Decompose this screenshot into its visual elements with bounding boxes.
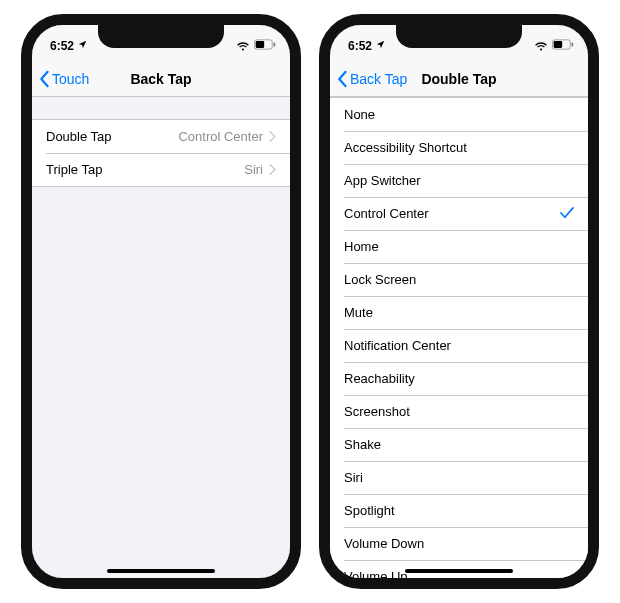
row-label: Triple Tap	[46, 162, 102, 177]
status-right	[236, 39, 276, 53]
svg-rect-1	[256, 41, 264, 48]
back-button[interactable]: Back Tap	[336, 70, 407, 88]
back-button[interactable]: Touch	[38, 70, 89, 88]
list-item[interactable]: Double TapControl Center	[32, 120, 290, 153]
svg-rect-4	[554, 41, 562, 48]
battery-icon	[552, 39, 574, 53]
status-left: 6:52	[348, 39, 385, 53]
notch	[396, 24, 522, 48]
list-item[interactable]: Triple TapSiri	[32, 153, 290, 186]
nav-bar: Touch Back Tap	[32, 61, 290, 97]
option-label: Volume Up	[344, 569, 408, 578]
option-label: App Switcher	[344, 173, 421, 188]
battery-icon	[254, 39, 276, 53]
option-label: Home	[344, 239, 379, 254]
status-left: 6:52	[50, 39, 87, 53]
option-row[interactable]: Lock Screen	[330, 263, 588, 296]
option-row[interactable]: Spotlight	[330, 494, 588, 527]
option-row[interactable]: Siri	[330, 461, 588, 494]
option-label: Spotlight	[344, 503, 395, 518]
chevron-right-icon	[269, 131, 276, 142]
wifi-icon	[534, 41, 548, 51]
row-value: Siri	[244, 162, 276, 177]
option-row[interactable]: Reachability	[330, 362, 588, 395]
option-row[interactable]: Volume Down	[330, 527, 588, 560]
back-label: Touch	[52, 71, 89, 87]
option-row[interactable]: Mute	[330, 296, 588, 329]
phone-right: 6:52 Back Tap Double Tap NoneAccessibili…	[319, 14, 599, 589]
option-label: Control Center	[344, 206, 429, 221]
location-icon	[78, 40, 87, 51]
option-label: None	[344, 107, 375, 122]
svg-rect-5	[571, 42, 573, 46]
status-right	[534, 39, 574, 53]
option-label: Accessibility Shortcut	[344, 140, 467, 155]
location-icon	[376, 40, 385, 51]
option-label: Mute	[344, 305, 373, 320]
option-row[interactable]: Screenshot	[330, 395, 588, 428]
content: NoneAccessibility ShortcutApp SwitcherCo…	[330, 97, 588, 578]
nav-bar: Back Tap Double Tap	[330, 61, 588, 97]
status-time: 6:52	[50, 39, 74, 53]
option-label: Volume Down	[344, 536, 424, 551]
option-row[interactable]: None	[330, 98, 588, 131]
home-indicator[interactable]	[107, 569, 215, 573]
option-label: Lock Screen	[344, 272, 416, 287]
option-label: Reachability	[344, 371, 415, 386]
phone-left: 6:52 Touch Back Tap Double TapControl Ce…	[21, 14, 301, 589]
home-indicator[interactable]	[405, 569, 513, 573]
option-row[interactable]: Shake	[330, 428, 588, 461]
option-label: Screenshot	[344, 404, 410, 419]
checkmark-icon	[560, 205, 574, 222]
option-label: Shake	[344, 437, 381, 452]
option-row[interactable]: Accessibility Shortcut	[330, 131, 588, 164]
chevron-right-icon	[269, 164, 276, 175]
scroll-area[interactable]: NoneAccessibility ShortcutApp SwitcherCo…	[330, 97, 588, 578]
content: Double TapControl CenterTriple TapSiri	[32, 97, 290, 578]
option-row[interactable]: App Switcher	[330, 164, 588, 197]
row-label: Double Tap	[46, 129, 112, 144]
options-group: NoneAccessibility ShortcutApp SwitcherCo…	[330, 97, 588, 578]
back-label: Back Tap	[350, 71, 407, 87]
wifi-icon	[236, 41, 250, 51]
row-value: Control Center	[178, 129, 276, 144]
notch	[98, 24, 224, 48]
status-time: 6:52	[348, 39, 372, 53]
svg-rect-2	[273, 42, 275, 46]
option-row[interactable]: Notification Center	[330, 329, 588, 362]
option-label: Siri	[344, 470, 363, 485]
option-row[interactable]: Control Center	[330, 197, 588, 230]
settings-group: Double TapControl CenterTriple TapSiri	[32, 119, 290, 187]
option-label: Notification Center	[344, 338, 451, 353]
option-row[interactable]: Home	[330, 230, 588, 263]
